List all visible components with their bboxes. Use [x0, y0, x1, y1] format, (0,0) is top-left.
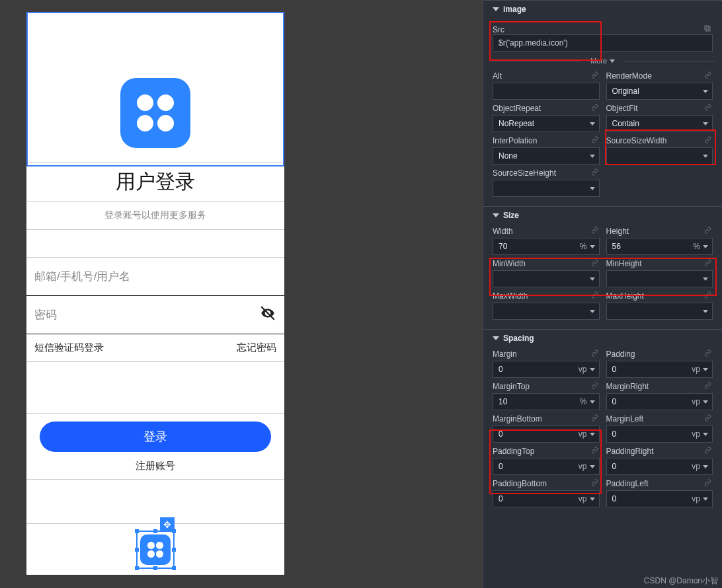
chevron-down-icon: [703, 277, 708, 281]
rendermode-property: RenderModeOriginal: [606, 71, 713, 100]
phone-preview: 用户登录 登录账号以使用更多服务 邮箱/手机号/用户名 密码 短信验证码登录 忘…: [26, 12, 284, 575]
chevron-down-icon: [590, 497, 595, 501]
page-subtitle: 登录账号以使用更多服务: [26, 202, 284, 230]
chevron-down-icon: [703, 245, 708, 248]
chevron-down-icon: [703, 122, 708, 126]
paddingbottom-property: PaddingBottom0vp: [493, 479, 600, 507]
page-title: 用户登录: [26, 163, 284, 202]
link-icon[interactable]: [704, 71, 711, 81]
link-icon[interactable]: [704, 479, 711, 488]
footer: ✥: [26, 523, 284, 575]
app-logo-icon: [120, 78, 190, 148]
login-button[interactable]: 登录: [40, 422, 271, 452]
chevron-down-icon: [703, 155, 708, 158]
chevron-down-icon: [590, 400, 595, 404]
chevron-down-icon: [703, 90, 708, 93]
selected-image-element[interactable]: ✥: [136, 531, 175, 569]
link-icon[interactable]: [591, 291, 598, 301]
sourcesizewidth-property: SourceSizeWidth: [606, 136, 713, 165]
link-icon[interactable]: [591, 104, 598, 113]
src-input[interactable]: $r('app.media.icon'): [493, 34, 713, 52]
link-icon[interactable]: [704, 382, 711, 391]
password-field[interactable]: 密码: [26, 296, 284, 334]
maxheight-input[interactable]: [606, 303, 713, 320]
height-input[interactable]: 56%: [606, 238, 713, 255]
src-label: Src: [493, 25, 504, 34]
marginbottom-property: MarginBottom0vp: [493, 414, 600, 443]
link-icon[interactable]: [591, 227, 598, 236]
sourcesizewidth-input[interactable]: [606, 147, 713, 165]
minwidth-property: MinWidth: [493, 259, 600, 287]
chevron-down-icon: [590, 155, 595, 158]
paddingleft-property: PaddingLeft0vp: [606, 479, 713, 507]
marginright-input[interactable]: 0vp: [606, 393, 713, 410]
maxwidth-input[interactable]: [493, 303, 600, 320]
link-icon[interactable]: [591, 382, 598, 391]
margin-property: Margin0vp: [493, 349, 600, 378]
spacer: [26, 362, 284, 414]
marginleft-property: MarginLeft0vp: [606, 414, 713, 443]
link-icon[interactable]: [591, 168, 598, 178]
marginleft-input[interactable]: 0vp: [606, 425, 713, 443]
rendermode-select[interactable]: Original: [606, 83, 713, 100]
sms-login-link[interactable]: 短信验证码登录: [34, 342, 104, 354]
chevron-down-icon: [590, 187, 595, 190]
marginbottom-input[interactable]: 0vp: [493, 425, 600, 443]
link-icon[interactable]: [591, 349, 598, 359]
alt-input[interactable]: [493, 83, 600, 100]
paddingright-property: PaddingRight0vp: [606, 447, 713, 475]
link-icon[interactable]: [591, 71, 598, 81]
paddingtop-input[interactable]: 0vp: [493, 458, 600, 475]
sourcesizeheight-property: SourceSizeHeight: [493, 168, 600, 197]
interpolation-property: InterPolationNone: [493, 136, 600, 165]
paddingleft-input[interactable]: 0vp: [606, 490, 713, 507]
chevron-down-icon: [590, 277, 595, 281]
chevron-down-icon: [590, 245, 595, 248]
link-icon[interactable]: [591, 414, 598, 423]
width-property: Width70%: [493, 227, 600, 255]
link-icon[interactable]: [591, 259, 598, 268]
interpolation-select[interactable]: None: [493, 147, 600, 165]
link-icon[interactable]: [591, 136, 598, 145]
forgot-password-link[interactable]: 忘记密码: [237, 342, 276, 354]
width-input[interactable]: 70%: [493, 238, 600, 255]
link-icon[interactable]: [591, 447, 598, 456]
register-link[interactable]: 注册账号: [26, 460, 284, 480]
email-field[interactable]: 邮箱/手机号/用户名: [26, 258, 284, 296]
eye-off-icon[interactable]: [259, 305, 276, 325]
link-icon[interactable]: [704, 104, 711, 113]
paddingbottom-input[interactable]: 0vp: [493, 490, 600, 507]
link-icon[interactable]: [591, 479, 598, 488]
margin-input[interactable]: 0vp: [493, 361, 600, 378]
link-icon[interactable]: [704, 349, 711, 359]
chevron-down-icon: [703, 465, 708, 468]
watermark: CSDN @Damon小智: [644, 575, 718, 587]
section-header-spacing[interactable]: Spacing: [483, 329, 722, 347]
objectrepeat-select[interactable]: NoRepeat: [493, 115, 600, 132]
minwidth-input[interactable]: [493, 270, 600, 287]
src-property: Src $r('app.media.icon'): [493, 24, 713, 52]
link-icon[interactable]: [704, 447, 711, 456]
objectfit-property: ObjectFitContain: [606, 104, 713, 132]
paddingright-input[interactable]: 0vp: [606, 458, 713, 475]
link-icon[interactable]: [704, 291, 711, 301]
copy-icon[interactable]: [703, 24, 711, 34]
more-divider[interactable]: More: [483, 57, 722, 65]
minheight-input[interactable]: [606, 270, 713, 287]
chevron-down-icon: [590, 122, 595, 126]
section-header-size[interactable]: Size: [483, 206, 722, 224]
property-inspector: image Src $r('app.media.icon') More Alt …: [483, 0, 722, 588]
link-icon[interactable]: [704, 414, 711, 423]
alt-property: Alt: [493, 71, 600, 100]
margintop-input[interactable]: 10%: [493, 393, 600, 410]
link-icon[interactable]: [704, 227, 711, 236]
sourcesizeheight-input[interactable]: [493, 180, 600, 197]
minheight-property: MinHeight: [606, 259, 713, 287]
design-canvas[interactable]: 用户登录 登录账号以使用更多服务 邮箱/手机号/用户名 密码 短信验证码登录 忘…: [0, 0, 483, 588]
maxwidth-property: MaxWidth: [493, 291, 600, 320]
section-header-image[interactable]: image: [483, 0, 722, 18]
link-icon[interactable]: [704, 259, 711, 268]
objectfit-select[interactable]: Contain: [606, 115, 713, 132]
padding-input[interactable]: 0vp: [606, 361, 713, 378]
link-icon[interactable]: [704, 136, 711, 145]
